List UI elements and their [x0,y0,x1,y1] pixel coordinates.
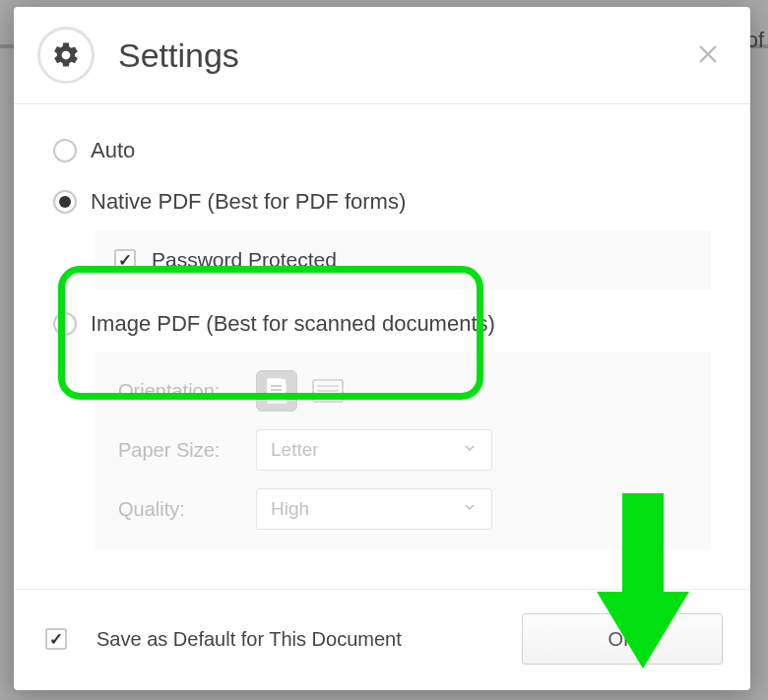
radio-icon [53,139,77,162]
dialog-body: Auto Native PDF (Best for PDF forms) Pas… [14,104,750,589]
gear-icon [37,27,95,84]
dialog-title: Settings [118,36,689,75]
dialog-footer: Save as Default for This Document OK [14,589,750,690]
orientation-row: Orientation: [118,370,687,412]
page-portrait-icon [266,378,288,404]
save-default-label: Save as Default for This Document [96,628,402,651]
orientation-label: Orientation: [118,380,256,403]
option-image-label: Image PDF (Best for scanned documents) [91,311,495,337]
paper-size-row: Paper Size: Letter [118,429,687,471]
image-sub-options: Orientation: [95,352,711,549]
paper-size-label: Paper Size: [118,439,256,462]
chevron-down-icon [462,440,478,460]
svg-rect-2 [268,379,286,403]
paper-size-select[interactable]: Letter [256,429,492,471]
password-protected-checkbox[interactable] [114,249,136,271]
quality-select[interactable]: High [256,488,492,530]
ok-button[interactable]: OK [522,613,723,665]
save-default-checkbox[interactable] [45,628,67,650]
option-auto-label: Auto [91,138,135,163]
paper-size-value: Letter [271,439,319,461]
quality-value: High [271,498,309,520]
quality-label: Quality: [118,498,256,521]
orientation-landscape-button[interactable] [307,370,349,412]
password-protected-label: Password Protected [152,248,337,272]
quality-row: Quality: High [118,488,687,530]
option-image-pdf[interactable]: Image PDF (Best for scanned documents) [53,311,711,337]
close-button[interactable] [689,36,727,74]
settings-dialog: Settings Auto Native PDF (Best for PDF f… [14,7,750,690]
radio-icon [53,312,77,336]
dialog-header: Settings [14,7,750,104]
option-native-label: Native PDF (Best for PDF forms) [91,189,406,215]
page-landscape-icon [312,379,344,403]
orientation-portrait-button[interactable] [256,370,297,412]
chevron-down-icon [462,499,478,519]
save-default-row[interactable]: Save as Default for This Document [45,628,522,651]
radio-icon [53,190,77,214]
option-auto[interactable]: Auto [53,138,711,163]
option-native-pdf[interactable]: Native PDF (Best for PDF forms) [53,189,711,215]
native-sub-options: Password Protected [95,230,711,289]
